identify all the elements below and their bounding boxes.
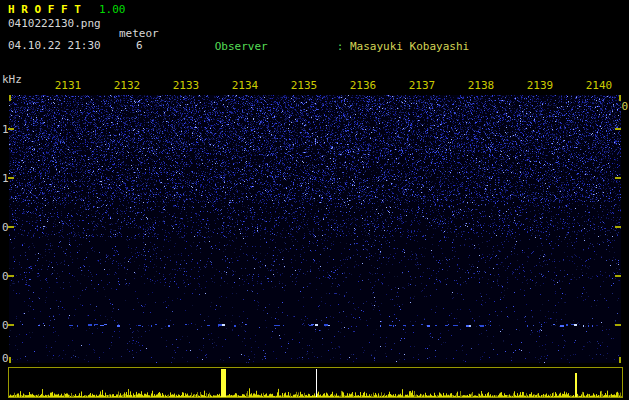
info-label: Observer <box>215 41 337 53</box>
amplitude-strip <box>8 367 623 398</box>
app-title: H R O F F T <box>8 4 81 16</box>
freq-tick <box>615 128 621 130</box>
freq-tick <box>615 226 621 228</box>
time-tick-label: 2138 <box>468 79 495 92</box>
corner-tick <box>9 357 11 363</box>
freq-tick <box>615 324 621 326</box>
time-tick-label: 2139 <box>527 79 554 92</box>
app-version: 1.00 <box>99 4 126 16</box>
meteor-count: 6 <box>136 40 143 52</box>
freq-tick <box>615 177 621 179</box>
time-tick-label: 2132 <box>114 79 141 92</box>
time-tick-label: 2135 <box>291 79 318 92</box>
corner-tick <box>619 357 621 363</box>
strip-canvas <box>9 368 622 397</box>
info-separator: : <box>337 40 350 53</box>
freq-tick <box>8 275 14 277</box>
corner-tick <box>619 95 621 101</box>
observation-datetime: 04.10.22 21:30 <box>8 40 101 52</box>
time-tick-label: 2136 <box>350 79 377 92</box>
corner-tick <box>9 95 11 101</box>
freq-tick <box>615 275 621 277</box>
freq-tick <box>8 128 14 130</box>
time-tick-label: 2133 <box>173 79 200 92</box>
freq-unit-label: kHz <box>2 73 22 86</box>
info-value: Masayuki Kobayashi <box>350 40 469 53</box>
freq-tick <box>8 226 14 228</box>
time-tick-label: 2134 <box>232 79 259 92</box>
spectrogram-canvas <box>9 95 621 363</box>
output-filename: 0410222130.png <box>8 18 101 30</box>
time-tick-label: 2131 <box>55 79 82 92</box>
time-tick-label: 2140 <box>586 79 613 92</box>
info-row-observer: Observer: Masayuki Kobayashi <box>175 29 629 65</box>
freq-tick <box>8 177 14 179</box>
freq-tick <box>8 324 14 326</box>
hrofft-window: H R O F F T 1.00 0410222130.png meteor 0… <box>0 0 629 400</box>
time-tick-label: 2137 <box>409 79 436 92</box>
